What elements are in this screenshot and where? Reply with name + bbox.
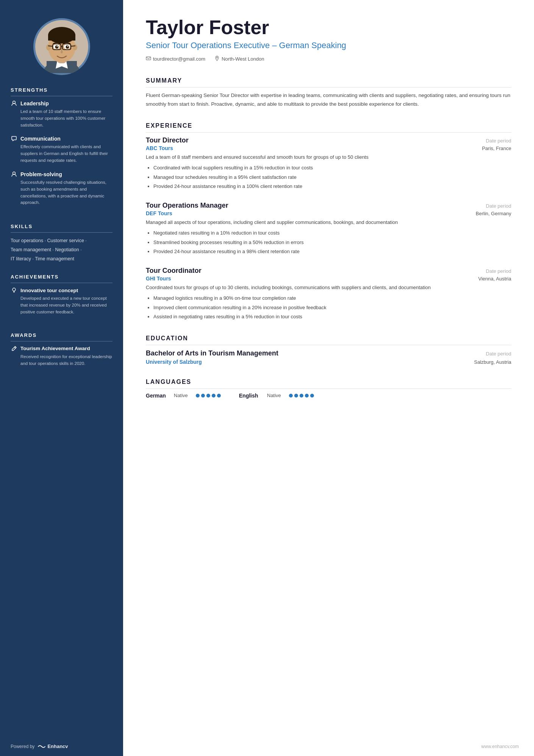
achievement-innovative-name: Innovative tour concept [20,288,78,293]
exp-entry-tourcoordinator: Tour Coordinator Date period GHI Tours V… [146,267,511,321]
exp-entry-tourdirector: Tour Director Date period ABC Tours Pari… [146,136,511,191]
sidebar: STRENGTHS Leadership Led a team of 10 st… [0,0,123,756]
awards-title: AWARDS [11,332,112,341]
powered-by-label: Powered by [11,744,34,749]
lightbulb-icon [11,287,17,294]
awards-section: AWARDS Tourism Achievement Award Receive… [0,332,123,373]
svg-rect-28 [146,57,151,60]
strength-leadership-name: Leadership [20,100,49,106]
avatar [33,18,90,75]
experience-title: EXPERIENCE [146,122,511,133]
communication-icon [11,135,17,142]
exp-touropsmanager-date: Date period [486,203,511,209]
lang-german-level: Native [174,393,192,398]
lang-dot [217,394,221,398]
main-footer: www.enhancv.com [466,737,534,756]
svg-point-24 [12,288,16,291]
languages-section: LANGUAGES German Native English Native [146,379,511,399]
exp-tourcoordinator-jobtitle: Tour Coordinator [146,267,201,275]
exp-touropsmanager-location: Berlin, Germany [476,211,511,216]
lang-dot [300,394,303,398]
exp-tourcoordinator-location: Vienna, Austria [478,276,511,282]
lang-dot [196,394,200,398]
edu-ba-top: Bachelor of Arts in Tourism Management D… [146,349,511,358]
main-content: Taylor Foster Senior Tour Operations Exe… [123,0,534,756]
achievement-innovative: Innovative tour concept Developed and ex… [11,287,112,315]
strength-problemsolving-desc: Successfully resolved challenging situat… [11,179,112,206]
exp-touropsmanager-desc: Managed all aspects of tour operations, … [146,219,511,227]
sidebar-footer: Powered by Enhancv [0,737,123,756]
exp-tourcoordinator-desc: Coordinated tours for groups of up to 30… [146,284,511,292]
languages-row: German Native English Native [146,393,511,399]
svg-line-27 [14,347,16,348]
lang-dot [212,394,215,398]
lang-dot [294,394,298,398]
exp-touropsmanager-bullets: Negotiated rates resulting in a 10% redu… [146,229,511,256]
strength-leadership: Leadership Led a team of 10 staff member… [11,100,112,128]
exp-tourcoordinator-date: Date period [486,268,511,274]
avatar-wrap [33,18,90,75]
education-title: EDUCATION [146,335,511,345]
summary-text: Fluent German-speaking Senior Tour Direc… [146,91,511,109]
skills-title: SKILLS [11,224,112,233]
svg-rect-25 [13,291,15,292]
problemsolving-icon [11,171,17,178]
exp-tourdirector-bullets: Coordinated with local suppliers resulti… [146,164,511,191]
bullet-item: Provided 24-hour assistance resulting in… [153,182,511,191]
svg-point-10 [73,44,77,50]
edu-ba-date: Date period [486,351,511,357]
achievement-innovative-desc: Developed and executed a new tour concep… [11,295,112,315]
exp-tourcoordinator-bullets: Managed logistics resulting in a 90% on-… [146,294,511,321]
svg-rect-26 [14,292,15,293]
location-text: North-West London [222,56,264,62]
edu-entry-ba: Bachelor of Arts in Tourism Management D… [146,349,511,365]
skills-text: Tour operations · Customer service · Tea… [11,236,112,263]
award-tourism-name: Tourism Achievement Award [20,346,90,351]
email-contact: tourdirector@gmail.com [146,56,205,62]
award-tourism-desc: Received recognition for exceptional lea… [11,354,112,367]
svg-point-29 [217,57,218,58]
strengths-title: STRENGTHS [11,87,112,96]
pencil-icon [11,345,17,352]
edu-ba-location: Salzburg, Austria [474,359,511,365]
exp-touropsmanager-company: DEF Tours [146,210,172,216]
svg-point-16 [67,46,68,47]
lang-english-level: Native [267,393,285,398]
summary-section: SUMMARY Fluent German-speaking Senior To… [146,77,511,109]
enhancv-brand-name: Enhancv [47,743,68,749]
avatar-illustration [35,20,88,73]
exp-touropsmanager-jobtitle: Tour Operations Manager [146,202,228,210]
location-icon [214,56,220,62]
exp-tourdirector-top: Tour Director Date period [146,136,511,144]
lang-dot [201,394,205,398]
bullet-item: Managed tour schedules resulting in a 95… [153,173,511,182]
strength-communication-header: Communication [11,135,112,142]
svg-line-20 [48,46,53,46]
svg-point-15 [56,46,58,47]
lang-dot [305,394,309,398]
candidate-title: Senior Tour Operations Executive – Germa… [146,41,511,50]
lang-dot [206,394,210,398]
exp-tourcoordinator-top: Tour Coordinator Date period [146,267,511,275]
strengths-section: STRENGTHS Leadership Led a team of 10 st… [0,87,123,213]
lang-english-dots [289,394,314,398]
exp-touropsmanager-top: Tour Operations Manager Date period [146,202,511,210]
experience-section: EXPERIENCE Tour Director Date period ABC… [146,122,511,321]
bullet-item: Improved client communication resulting … [153,304,511,312]
bullet-item: Streamlined booking processes resulting … [153,238,511,247]
resume-container: STRENGTHS Leadership Led a team of 10 st… [0,0,534,756]
strength-communication-desc: Effectively communicated with clients an… [11,144,112,164]
svg-line-21 [71,46,75,46]
education-section: EDUCATION Bachelor of Arts in Tourism Ma… [146,335,511,365]
achievements-section: ACHIEVEMENTS Innovative tour concept Dev… [0,274,123,321]
email-text: tourdirector@gmail.com [153,56,205,62]
exp-tourdirector-jobtitle: Tour Director [146,136,189,144]
location-contact: North-West London [214,56,264,62]
edu-ba-degree: Bachelor of Arts in Tourism Management [146,349,278,358]
website-text: www.enhancv.com [481,744,519,749]
strength-communication: Communication Effectively communicated w… [11,135,112,164]
svg-point-13 [55,45,58,49]
lang-dot [310,394,314,398]
award-tourism: Tourism Achievement Award Received recog… [11,345,112,367]
summary-title: SUMMARY [146,77,511,88]
